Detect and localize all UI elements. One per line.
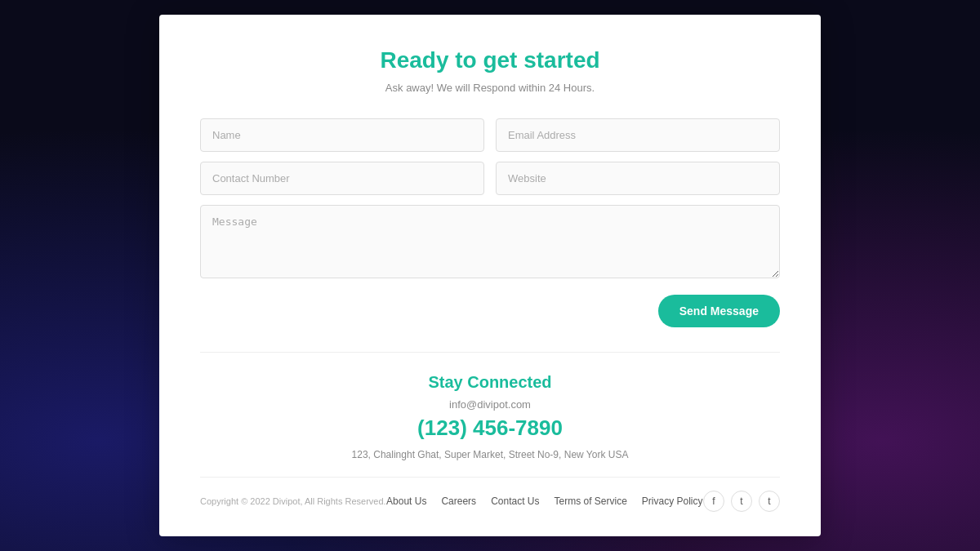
header-section: Ready to get started Ask away! We will R…	[200, 47, 780, 94]
submit-row: Send Message	[200, 295, 780, 327]
contact-number-input[interactable]	[200, 162, 484, 195]
address-text: 123, Chalinght Ghat, Super Market, Stree…	[200, 449, 780, 460]
section-divider	[200, 352, 780, 353]
stay-connected-section: Stay Connected info@divipot.com (123) 45…	[200, 373, 780, 460]
footer-link-terms[interactable]: Terms of Service	[554, 495, 626, 507]
page-subtitle: Ask away! We will Respond within 24 Hour…	[200, 82, 780, 94]
footer-bar: Copyright © 2022 Divipot, All Rights Res…	[200, 477, 780, 512]
footer-links: About Us Careers Contact Us Terms of Ser…	[386, 495, 702, 507]
name-email-row	[200, 118, 780, 152]
name-input[interactable]	[200, 118, 484, 152]
facebook-icon[interactable]: f	[703, 491, 724, 512]
footer-link-privacy[interactable]: Privacy Policy	[642, 495, 703, 507]
email-input[interactable]	[496, 118, 780, 152]
email-link[interactable]: info@divipot.com	[200, 398, 780, 411]
footer-link-about[interactable]: About Us	[386, 495, 426, 507]
contact-website-row	[200, 162, 780, 195]
main-card: Ready to get started Ask away! We will R…	[159, 15, 821, 536]
page-title: Ready to get started	[200, 47, 780, 73]
copyright-text: Copyright © 2022 Divipot, All Rights Res…	[200, 496, 386, 506]
twitter-icon-2[interactable]: t	[759, 491, 780, 512]
message-textarea[interactable]	[200, 205, 780, 278]
social-icons-group: f t t	[703, 491, 780, 512]
footer-link-contact[interactable]: Contact Us	[491, 495, 539, 507]
phone-number: (123) 456-7890	[200, 415, 780, 441]
footer-link-careers[interactable]: Careers	[441, 495, 476, 507]
stay-connected-title: Stay Connected	[200, 373, 780, 392]
contact-form: Send Message	[200, 118, 780, 327]
send-message-button[interactable]: Send Message	[658, 295, 780, 327]
twitter-icon-1[interactable]: t	[731, 491, 752, 512]
website-input[interactable]	[496, 162, 780, 195]
